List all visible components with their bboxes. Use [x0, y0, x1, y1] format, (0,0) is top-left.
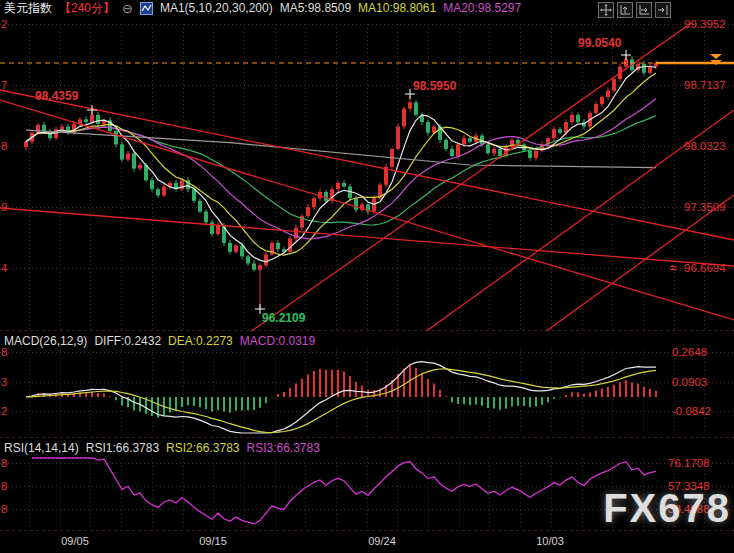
macd-dea-value: DEA:0.2273	[168, 334, 233, 349]
rsi1-value: RSI1:66.3783	[86, 441, 159, 456]
price-axis-label: 98.0323	[684, 139, 726, 153]
price-axis-label-partial: 8	[1, 139, 7, 153]
ma10-value: MA10:98.8061	[358, 1, 436, 16]
rsi-axis-label-partial: 8	[1, 479, 7, 493]
macd-axis-label-partial: 8	[1, 345, 7, 359]
price-axis-label-partial: 2	[1, 17, 7, 31]
move-tool-icon[interactable]	[598, 2, 614, 18]
time-axis-label: 09/24	[368, 535, 396, 548]
rsi2-value: RSI2:66.3783	[166, 441, 239, 456]
price-annotation: 98.4359	[35, 90, 78, 103]
price-annotation: ≈	[670, 262, 677, 275]
rsi-axis-label-partial: 8	[1, 456, 7, 470]
chart-window: 美元指数 【240分】 ⊖ MA1(5,10,20,30,200) MA5:98…	[0, 0, 734, 553]
watermark: FX678	[603, 486, 731, 531]
price-annotation: 99.0540	[578, 37, 621, 50]
price-axis-label: 96.6694	[684, 261, 726, 275]
macd-axis-label-partial: 3	[1, 375, 7, 389]
rsi-axis-label: 76.1708	[668, 456, 710, 470]
chart-toolbar	[598, 2, 671, 18]
ma20-value: MA20:98.5297	[443, 1, 521, 16]
chart-type-icon[interactable]	[140, 2, 153, 15]
price-axis-label: 99.3952	[684, 17, 726, 31]
price-axis-label: 97.3509	[684, 200, 726, 214]
macd-axis-label: 0.0903	[672, 375, 707, 389]
macd-macd-value: MACD:0.0319	[240, 334, 315, 349]
time-axis-label: 09/15	[199, 535, 227, 548]
rsi-axis-label-partial: 8	[1, 502, 7, 516]
ma-settings-label: MA1(5,10,20,30,200)	[160, 1, 273, 16]
price-axis-label-partial: 4	[1, 261, 7, 275]
period-label: 【240分】	[59, 1, 115, 16]
rsi3-value: RSI3:66.3783	[247, 441, 320, 456]
macd-title: MACD(26,12,9)	[4, 334, 87, 349]
price-axis-label: 98.7137	[684, 78, 726, 92]
price-annotation: 98.5950	[413, 80, 456, 93]
go-latest-icon[interactable]	[655, 2, 671, 18]
macd-axis-label-partial: 2	[1, 404, 7, 418]
collapse-icon[interactable]: ⊖	[122, 1, 133, 16]
macd-legend: MACD(26,12,9) DIFF:0.2432 DEA:0.2273 MAC…	[4, 334, 315, 349]
main-legend: 美元指数 【240分】 ⊖ MA1(5,10,20,30,200) MA5:98…	[4, 1, 521, 16]
price-annotation: 96.2109	[262, 312, 305, 325]
scale-y-axis-icon[interactable]	[617, 2, 633, 18]
time-axis-label: 10/03	[536, 535, 564, 548]
macd-axis-label: 0.2648	[672, 345, 707, 359]
price-axis-label-partial: 7	[1, 78, 7, 92]
macd-diff-value: DIFF:0.2432	[94, 334, 161, 349]
rsi-title: RSI(14,14,14)	[4, 441, 79, 456]
symbol-title: 美元指数	[4, 1, 52, 16]
time-axis-label: 09/05	[61, 535, 89, 548]
macd-axis-label: -0.0842	[672, 404, 711, 418]
chart-canvas[interactable]	[0, 0, 734, 553]
scale-x-axis-icon[interactable]	[636, 2, 652, 18]
rsi-legend: RSI(14,14,14) RSI1:66.3783 RSI2:66.3783 …	[4, 441, 320, 456]
price-axis-label-partial: 9	[1, 200, 7, 214]
ma5-value: MA5:98.8509	[280, 1, 351, 16]
